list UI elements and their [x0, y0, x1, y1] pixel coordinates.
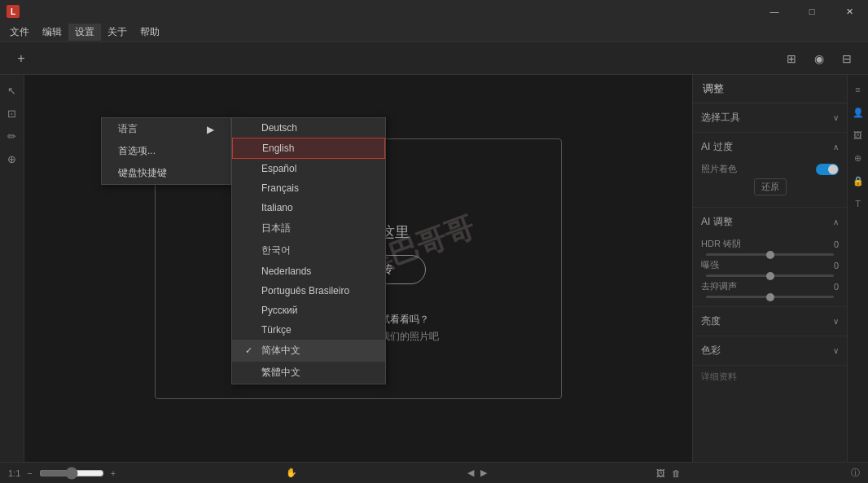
title-bar: L — □ ✕	[0, 0, 868, 23]
close-button[interactable]: ✕	[831, 0, 868, 23]
zoom-level: 1:1	[8, 468, 20, 478]
nav-prev-button[interactable]: ◀	[467, 468, 474, 478]
ai-display-body: 照片着色 还原	[701, 156, 839, 202]
ai-adjust-body: HDR 铸阴 0 曝强 0 去抑调声 0	[701, 231, 839, 301]
main-layout: ↖ ⊡ ✏ ⊕ 拖放 影像文件到这里 选择文件上传 想试试看看吗？ 使用我们的照…	[0, 75, 868, 462]
photo-icon[interactable]: 🖼	[656, 468, 665, 478]
lang-dutch[interactable]: ✓ Nederlands	[232, 261, 385, 281]
denoise-slider[interactable]	[706, 296, 834, 298]
toggle-knob	[828, 165, 838, 174]
toolbar: + ⊞ ◉ ⊟	[0, 42, 868, 75]
left-panel: ↖ ⊡ ✏ ⊕	[0, 75, 24, 462]
detail-info[interactable]: 详细资料	[693, 366, 847, 388]
zoom-out-button[interactable]: −	[27, 468, 32, 478]
lang-deutsch[interactable]: ✓ Deutsch	[232, 118, 385, 138]
section-color: 色彩 ∨	[693, 336, 847, 366]
exposure-value: 0	[822, 261, 839, 270]
delete-icon[interactable]: 🗑	[672, 468, 681, 478]
layout-icon[interactable]: ⊟	[835, 47, 858, 70]
image-icon[interactable]: 🖼	[850, 127, 866, 143]
right-icons-panel: ≡ 👤 🖼 ⊕ 🔒 T	[847, 75, 868, 462]
window-controls: — □ ✕	[756, 0, 868, 23]
section-ai-adjust: AI 调整 ∧ HDR 铸阴 0 曝强 0 去抑调	[693, 208, 847, 307]
section-color-label: 色彩	[701, 344, 721, 358]
chevron-down-icon: ∨	[833, 113, 839, 122]
lang-russian[interactable]: ✓ Русский	[232, 301, 385, 320]
exposure-slider[interactable]	[706, 274, 834, 277]
minimize-button[interactable]: —	[756, 0, 793, 23]
filter-icon[interactable]: ≡	[850, 81, 866, 98]
nav-next-button[interactable]: ▶	[480, 468, 487, 478]
section-ai-adjust-label: AI 调整	[701, 215, 733, 229]
toolbar-right: ⊞ ◉ ⊟	[780, 47, 858, 70]
menu-settings[interactable]: 设置	[68, 24, 101, 41]
chevron-down-icon-3: ∨	[833, 317, 839, 326]
menu-file[interactable]: 文件	[3, 24, 36, 41]
lang-english[interactable]: ✓ English	[232, 138, 385, 159]
menu-language[interactable]: 语言 ▶	[102, 118, 230, 140]
section-ai-adjust-header[interactable]: AI 调整 ∧	[701, 213, 839, 231]
exposure-slider-thumb	[766, 272, 774, 280]
lang-francais[interactable]: ✓ Français	[232, 178, 385, 198]
hdr-label: HDR 铸阴	[701, 238, 822, 250]
hdr-slider-thumb	[766, 251, 774, 259]
lang-portuguese[interactable]: ✓ Português Brasileiro	[232, 281, 385, 301]
layers-icon[interactable]: ⊕	[850, 150, 866, 166]
lang-turkish[interactable]: ✓ Türkçe	[232, 320, 385, 340]
menu-bar: 文件 编辑 设置 关于 帮助	[0, 23, 868, 42]
section-ai-display: AI 过度 ∧ 照片着色 还原	[693, 133, 847, 208]
zoom-slider[interactable]	[39, 467, 104, 480]
lang-korean[interactable]: ✓ 한국어	[232, 239, 385, 261]
lang-japanese[interactable]: ✓ 日本語	[232, 217, 385, 239]
compare-icon[interactable]: ⊞	[780, 47, 803, 70]
hdr-slider-row: HDR 铸阴 0	[701, 238, 839, 250]
lang-espanol[interactable]: ✓ Español	[232, 159, 385, 178]
stamp-icon[interactable]: ⊕	[3, 150, 21, 168]
zoom-in-button[interactable]: +	[111, 468, 116, 478]
bottom-bar: 1:1 − + ✋ ◀ ▶ 🖼 🗑 ⓘ	[0, 462, 868, 483]
section-select-tool: 选择工具 ∨	[693, 103, 847, 133]
right-panel-title: 调整	[693, 75, 847, 103]
settings-dropdown: 语言 ▶ 首选项... 键盘快捷键 ✓ Deutsch ✓ English ✓	[101, 117, 231, 185]
language-submenu: ✓ Deutsch ✓ English ✓ Español ✓ Français…	[231, 117, 386, 384]
denoise-label: 去抑调声	[701, 280, 822, 292]
menu-about[interactable]: 关于	[101, 24, 134, 41]
maximize-button[interactable]: □	[793, 0, 831, 23]
menu-shortcuts[interactable]: 键盘快捷键	[102, 162, 230, 184]
denoise-slider-row: 去抑调声 0	[701, 280, 839, 292]
menu-help[interactable]: 帮助	[134, 24, 166, 41]
section-ai-display-header[interactable]: AI 过度 ∧	[701, 138, 839, 156]
app-icon: L	[7, 5, 20, 18]
section-color-header[interactable]: 色彩 ∨	[701, 341, 839, 360]
hdr-slider[interactable]	[706, 253, 834, 256]
section-brightness-header[interactable]: 亮度 ∨	[701, 312, 839, 331]
add-button[interactable]: +	[10, 47, 33, 70]
lock-icon[interactable]: 🔒	[850, 173, 866, 189]
person-icon[interactable]: 👤	[850, 104, 866, 121]
denoise-value: 0	[822, 282, 839, 292]
section-ai-display-label: AI 过度	[701, 140, 733, 154]
chevron-down-icon-4: ∨	[833, 346, 839, 355]
chevron-up-icon-2: ∧	[833, 217, 839, 226]
lang-traditional-chinese[interactable]: ✓ 繁體中文	[232, 362, 385, 384]
photo-color-row: 照片着色	[701, 163, 839, 175]
exposure-label: 曝强	[701, 259, 822, 271]
crop-icon[interactable]: ⊡	[3, 104, 21, 122]
section-brightness: 亮度 ∨	[693, 307, 847, 336]
info-button[interactable]: ⓘ	[851, 467, 860, 479]
menu-edit[interactable]: 编辑	[36, 24, 68, 41]
brush-icon[interactable]: ✏	[3, 127, 21, 145]
text-icon[interactable]: T	[850, 195, 866, 212]
settings-menu: 语言 ▶ 首选项... 键盘快捷键	[101, 117, 231, 185]
section-select-tool-header[interactable]: 选择工具 ∨	[701, 108, 839, 127]
photo-color-label: 照片着色	[701, 163, 737, 175]
cursor-icon[interactable]: ↖	[3, 81, 21, 99]
eye-icon[interactable]: ◉	[808, 47, 831, 70]
hand-icon[interactable]: ✋	[286, 468, 297, 478]
section-select-tool-label: 选择工具	[701, 111, 740, 125]
photo-color-toggle[interactable]	[816, 164, 839, 175]
restore-button[interactable]: 还原	[754, 178, 787, 195]
lang-simplified-chinese[interactable]: ✓ 简体中文	[232, 340, 385, 362]
menu-preferences[interactable]: 首选项...	[102, 140, 230, 162]
lang-italiano[interactable]: ✓ Italiano	[232, 198, 385, 217]
